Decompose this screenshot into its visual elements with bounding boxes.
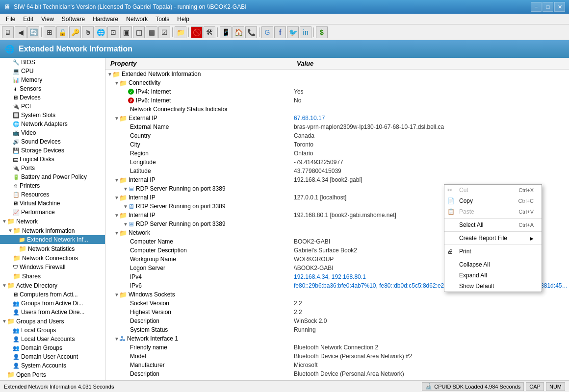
sidebar-item-system-slots[interactable]: 🔲 System Slots [0, 111, 105, 120]
toolbar-btn-19[interactable]: 📞 [245, 26, 257, 38]
row-highest-version[interactable]: Highest Version 2.2 [105, 308, 569, 317]
toolbar-btn-18[interactable]: 🏠 [233, 26, 244, 38]
sidebar-item-logical-disks[interactable]: 🖴 Logical Disks [0, 155, 105, 164]
ctx-collapse-all[interactable]: Collapse All [444, 259, 542, 270]
row-external-ip[interactable]: ▼ 📁 External IP 67.68.10.17 [105, 114, 569, 122]
row-internal-ip-1[interactable]: ▼ 📁 Internal IP 192.168.4.34 [book2-gabi… [105, 175, 569, 184]
toolbar-btn-10[interactable]: ▣ [120, 26, 132, 38]
menu-item-file[interactable]: File [2, 15, 19, 24]
row-description[interactable]: Description WinSock 2.0 [105, 317, 569, 325]
sidebar-item-windows-firewall[interactable]: 🛡 Windows Firewall [0, 263, 105, 271]
row-region[interactable]: Region Ontario [105, 149, 569, 158]
row-connectivity[interactable]: ▼ 📁 Connectivity [105, 78, 569, 87]
row-city[interactable]: City Toronto [105, 140, 569, 149]
sidebar-item-network-connections[interactable]: 📁 Network Connections [0, 253, 105, 263]
row-model[interactable]: Model Bluetooth Device (Personal Area Ne… [105, 352, 569, 361]
toolbar-btn-3[interactable]: 🔄 [27, 26, 39, 38]
row-ipv6-internet[interactable]: IPv6: Internet No [105, 96, 569, 105]
toolbar-btn-24[interactable]: $ [316, 26, 328, 38]
toolbar-btn-7[interactable]: 🖱 [82, 26, 94, 38]
sidebar-item-users-from-active[interactable]: 👤 Users from Active Dire... [0, 308, 105, 317]
ctx-copy[interactable]: 📄 Copy Ctrl+C [444, 196, 542, 206]
toolbar-btn-1[interactable]: 🖥 [2, 26, 14, 38]
sidebar-item-computers-from-active[interactable]: 🖥 Computers from Acti... [0, 290, 105, 299]
row-external-name[interactable]: External Name bras-vprn-maplon2309w-lp13… [105, 122, 569, 131]
sidebar-item-memory[interactable]: 📊 Memory [0, 75, 105, 84]
row-root[interactable]: ▼ 📁 Extended Network Information [105, 70, 569, 78]
toolbar-btn-22[interactable]: 🐦 [287, 26, 299, 38]
sidebar-item-open-ports[interactable]: 📁 Open Ports [0, 370, 105, 379]
ctx-print[interactable]: 🖨 Print [444, 246, 542, 257]
row-type[interactable]: Type Ethernet 802.3 [105, 378, 569, 379]
toolbar-btn-2[interactable]: ◀ [15, 26, 26, 38]
sidebar-item-printers[interactable]: 🖨 Printers [0, 181, 105, 190]
menu-item-software[interactable]: Software [58, 15, 89, 24]
menu-item-network[interactable]: Network [122, 15, 152, 24]
sidebar-item-local-groups[interactable]: 👥 Local Groups [0, 326, 105, 335]
menu-item-view[interactable]: View [37, 15, 58, 24]
ctx-select-all[interactable]: Select All Ctrl+A [444, 220, 542, 230]
sidebar-item-domain-groups[interactable]: 👥 Domain Groups [0, 343, 105, 352]
sidebar-item-ports[interactable]: 🔌 Ports [0, 164, 105, 172]
sidebar-item-system-accounts[interactable]: 👤 System Accounts [0, 361, 105, 370]
toolbar-btn-16[interactable]: 🛠 [204, 26, 215, 38]
row-manufacturer[interactable]: Manufacturer Microsoft [105, 361, 569, 369]
sidebar-item-resources[interactable]: 📋 Resources [0, 190, 105, 199]
menu-item-hardware[interactable]: Hardware [89, 15, 122, 24]
menu-item-tools[interactable]: Tools [152, 15, 173, 24]
ctx-show-default[interactable]: Show Default [444, 281, 542, 292]
toolbar-btn-13[interactable]: ☑ [158, 26, 170, 38]
sidebar-item-battery[interactable]: 🔋 Battery and Power Policy [0, 172, 105, 181]
ctx-paste[interactable]: 📋 Paste Ctrl+V [444, 206, 542, 217]
row-country[interactable]: Country Canada [105, 131, 569, 140]
toolbar-btn-15[interactable]: 🚫 [191, 26, 203, 38]
menu-item-edit[interactable]: Edit [19, 15, 37, 24]
sidebar-item-devices[interactable]: 🖥 Devices [0, 93, 105, 102]
ctx-expand-all[interactable]: Expand All [444, 270, 542, 281]
sidebar-item-shares[interactable]: 📁 Shares [0, 271, 105, 281]
sidebar-item-groups-users[interactable]: ▼ 📁 Groups and Users [0, 317, 105, 326]
ctx-cut[interactable]: ✂ Cut Ctrl+X [444, 185, 542, 196]
row-system-status[interactable]: System Status Running [105, 325, 569, 334]
row-latitude[interactable]: Latitude 43.779800415039 [105, 167, 569, 175]
sidebar-item-extended-network-info[interactable]: 📁 Extended Network Inf... [0, 235, 105, 244]
toolbar-btn-4[interactable]: ⊞ [44, 26, 55, 38]
sidebar-item-sound-devices[interactable]: 🔊 Sound Devices [0, 137, 105, 146]
row-ipv4-internet[interactable]: IPv4: Internet Yes [105, 87, 569, 96]
sidebar-item-network-information[interactable]: ▼ 📁 Network Information [0, 226, 105, 235]
maximize-button[interactable]: □ [543, 2, 553, 12]
row-net-iface-1[interactable]: ▼ 🖧 Network Interface 1 [105, 334, 569, 343]
minimize-button[interactable]: − [531, 2, 542, 12]
toolbar-btn-8[interactable]: 🌐 [95, 26, 106, 38]
sidebar-item-network-adapters[interactable]: 🌐 Network Adapters [0, 120, 105, 128]
toolbar-btn-6[interactable]: 🔑 [69, 26, 81, 38]
close-button[interactable]: ✕ [554, 2, 565, 12]
menu-item-help[interactable]: Help [173, 15, 193, 24]
sidebar-item-pci[interactable]: 🔌 PCI [0, 102, 105, 111]
sidebar-item-groups-from-active[interactable]: 👥 Groups from Active Di... [0, 299, 105, 308]
row-friendly-name[interactable]: Friendly name Bluetooth Network Connecti… [105, 343, 569, 352]
sidebar-item-network-group[interactable]: ▼ 📁 Network [0, 217, 105, 226]
row-desc2[interactable]: Description Bluetooth Device (Personal A… [105, 369, 569, 378]
sidebar-item-domain-user-account[interactable]: 👤 Domain User Account [0, 352, 105, 361]
sidebar-item-performance[interactable]: 📈 Performance [0, 208, 105, 217]
sidebar-item-cpu[interactable]: 💻 CPU [0, 67, 105, 75]
row-socket-version[interactable]: Socket Version 2.2 [105, 299, 569, 308]
row-ncsi[interactable]: Network Connectivity Status Indicator [105, 105, 569, 114]
sidebar-item-storage-devices[interactable]: 💾 Storage Devices [0, 146, 105, 155]
toolbar-btn-21[interactable]: f [274, 26, 286, 38]
toolbar-btn-9[interactable]: ⊡ [107, 26, 119, 38]
toolbar-btn-14[interactable]: 📁 [175, 26, 186, 38]
toolbar-btn-5[interactable]: 🔒 [56, 26, 68, 38]
sidebar-item-active-directory[interactable]: ▼ 📁 Active Directory [0, 281, 105, 290]
toolbar-btn-11[interactable]: ◫ [133, 26, 145, 38]
sidebar-item-local-user-accounts[interactable]: 👤 Local User Accounts [0, 335, 105, 343]
toolbar-btn-17[interactable]: 📱 [220, 26, 232, 38]
toolbar-btn-12[interactable]: ▤ [146, 26, 157, 38]
ctx-create-report[interactable]: Create Report File ▶ [444, 233, 542, 244]
row-longitude[interactable]: Longitude -79.414932250977 [105, 158, 569, 167]
sidebar-item-network-statistics[interactable]: 📁 Network Statistics [0, 244, 105, 253]
sidebar-item-sensors[interactable]: 🌡 Sensors [0, 84, 105, 93]
toolbar-btn-23[interactable]: in [300, 26, 311, 38]
sidebar-item-virtual-machine[interactable]: 🖥 Virtual Machine [0, 199, 105, 208]
